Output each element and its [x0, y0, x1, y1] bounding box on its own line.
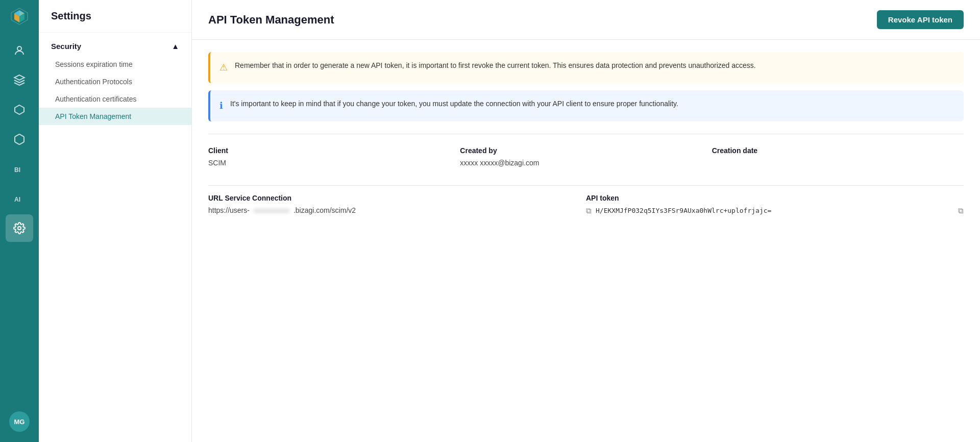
url-suffix: .bizagi.com/scim/v2: [293, 206, 356, 214]
nav-icon-cube2[interactable]: [6, 96, 33, 124]
email-blurred: xxxxx xxxxx: [460, 159, 498, 167]
warning-text: Remember that in order to generate a new…: [235, 60, 756, 71]
main-header: API Token Management Revoke API token: [192, 0, 980, 40]
security-section-header[interactable]: Security ▲: [39, 37, 191, 56]
info-icon: ℹ: [219, 99, 223, 113]
page-title: API Token Management: [208, 13, 334, 27]
security-label: Security: [51, 42, 81, 51]
nav-icon-cube1[interactable]: [6, 66, 33, 94]
nav-icon-settings[interactable]: [6, 214, 33, 242]
main-content: API Token Management Revoke API token ⚠ …: [192, 0, 980, 442]
client-grid: Client SCIM Created by xxxxx xxxxx@bizag…: [208, 146, 964, 177]
nav-icon-cube3[interactable]: [6, 126, 33, 153]
logo[interactable]: [8, 5, 31, 28]
created-by-value: xxxxx xxxxx@bizagi.com: [460, 159, 712, 177]
url-prefix: https://users-: [208, 206, 250, 214]
left-panel: Settings Security ▲ Sessions expiration …: [39, 0, 192, 442]
creation-date-label: Creation date: [712, 146, 964, 159]
client-label: Client: [208, 146, 460, 159]
nav-item-sessions[interactable]: Sessions expiration time: [39, 56, 191, 73]
api-token-label: API token: [586, 194, 964, 206]
copy-token-icon[interactable]: ⧉: [958, 206, 964, 215]
nav-icon-users[interactable]: [6, 37, 33, 64]
url-blurred: xxxxxxxxxx: [254, 206, 289, 214]
user-avatar[interactable]: MG: [9, 411, 30, 432]
created-by-label: Created by: [460, 146, 712, 159]
api-token-value-row: ⧉ H/EKXMJfP032q5IYs3FSr9AUxa0hWlrc+uplof…: [586, 206, 964, 215]
warning-icon: ⚠: [219, 61, 228, 75]
nav-item-api-token[interactable]: API Token Management: [39, 108, 191, 125]
url-label: URL Service Connection: [208, 194, 586, 206]
svg-text:AI: AI: [14, 196, 20, 203]
data-section: Client SCIM Created by xxxxx xxxxx@bizag…: [208, 134, 964, 215]
settings-title: Settings: [39, 0, 191, 33]
nav-item-auth-protocols[interactable]: Authentication Protocols: [39, 73, 191, 90]
info-text: It's important to keep in mind that if y…: [230, 99, 678, 110]
divider: [208, 185, 964, 186]
svg-point-5: [17, 46, 21, 51]
content-area: ⚠ Remember that in order to generate a n…: [192, 40, 980, 442]
url-grid: URL Service Connection https://users-xxx…: [208, 194, 964, 215]
url-value: https://users-xxxxxxxxxx.bizagi.com/scim…: [208, 206, 586, 214]
svg-text:BI: BI: [14, 166, 20, 174]
chevron-up-icon: ▲: [172, 42, 179, 51]
copy-url-icon[interactable]: ⧉: [586, 206, 592, 215]
client-value: SCIM: [208, 159, 460, 177]
info-alert: ℹ It's important to keep in mind that if…: [208, 90, 964, 121]
security-section: Security ▲ Sessions expiration time Auth…: [39, 33, 191, 129]
nav-icon-bi[interactable]: BI: [6, 155, 33, 183]
nav-icon-ai[interactable]: AI: [6, 185, 33, 212]
creation-date-value: [712, 159, 964, 169]
nav-item-auth-certs[interactable]: Authentication certificates: [39, 90, 191, 108]
api-token-text: H/EKXMJfP032q5IYs3FSr9AUxa0hWlrc+uplofrj…: [596, 207, 771, 214]
revoke-api-token-button[interactable]: Revoke API token: [877, 10, 964, 29]
svg-marker-6: [15, 105, 24, 114]
warning-alert: ⚠ Remember that in order to generate a n…: [208, 52, 964, 83]
icon-sidebar: BI AI MG: [0, 0, 39, 442]
svg-point-9: [18, 227, 21, 230]
email-domain: @bizagi.com: [498, 159, 539, 167]
